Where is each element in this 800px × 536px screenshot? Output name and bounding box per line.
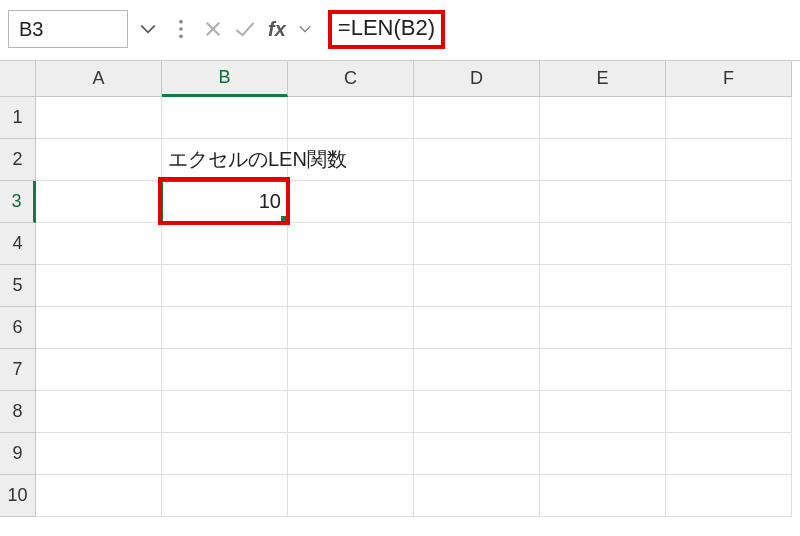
formula-bar-separator [168,14,194,44]
check-icon [234,19,256,39]
cell[interactable] [162,349,288,391]
insert-function-button[interactable]: fx [264,18,290,41]
cell[interactable] [540,139,666,181]
cell[interactable] [414,265,540,307]
cell[interactable] [162,475,288,517]
cell[interactable] [540,307,666,349]
cell[interactable] [162,97,288,139]
cell[interactable] [540,391,666,433]
cell[interactable] [36,391,162,433]
cell[interactable] [36,307,162,349]
cell[interactable] [288,265,414,307]
cell[interactable] [540,265,666,307]
cell[interactable] [414,181,540,223]
cell[interactable] [36,223,162,265]
cell[interactable] [414,475,540,517]
name-box[interactable]: B3 [8,10,128,48]
cell[interactable] [414,433,540,475]
cell[interactable] [666,139,792,181]
column-header[interactable]: B [162,61,288,97]
chevron-down-icon [298,22,312,36]
name-box-dropdown[interactable] [134,20,162,38]
cell[interactable] [288,475,414,517]
x-icon [203,19,223,39]
cell[interactable] [162,433,288,475]
cell[interactable] [414,349,540,391]
cell[interactable] [288,139,414,181]
cell[interactable] [36,265,162,307]
row-header[interactable]: 5 [0,265,36,307]
row-header[interactable]: 8 [0,391,36,433]
cell[interactable] [36,433,162,475]
cell[interactable] [666,475,792,517]
cell[interactable] [288,307,414,349]
row-header[interactable]: 6 [0,307,36,349]
chevron-down-icon [139,20,157,38]
cell[interactable] [666,181,792,223]
accept-formula-button[interactable] [232,14,258,44]
cell[interactable] [540,223,666,265]
cell[interactable] [540,181,666,223]
cells-grid: エクセルのLEN関数10 [36,97,792,517]
row-headers: 12345678910 [0,97,36,517]
cell[interactable] [540,433,666,475]
cell[interactable] [414,97,540,139]
cell[interactable] [288,433,414,475]
function-dropdown[interactable] [296,22,314,36]
svg-point-0 [179,20,183,24]
cell[interactable] [666,433,792,475]
cell[interactable] [414,139,540,181]
cell[interactable] [414,391,540,433]
dots-vertical-icon [177,18,185,40]
cell[interactable] [288,97,414,139]
cell[interactable] [540,97,666,139]
cell[interactable] [414,307,540,349]
formula-bar: B3 fx =LEN(B2) [0,0,800,61]
cell[interactable] [540,475,666,517]
cell[interactable] [288,349,414,391]
cell[interactable] [666,349,792,391]
cell[interactable] [666,391,792,433]
column-header[interactable]: D [414,61,540,97]
cell[interactable] [36,97,162,139]
name-box-value: B3 [19,18,43,41]
cell[interactable] [36,349,162,391]
row-header[interactable]: 4 [0,223,36,265]
svg-point-2 [179,35,183,39]
select-all-corner[interactable] [0,61,36,97]
row-header[interactable]: 9 [0,433,36,475]
column-header[interactable]: F [666,61,792,97]
cell[interactable] [36,475,162,517]
formula-input[interactable]: =LEN(B2) [320,10,453,48]
cell[interactable] [540,349,666,391]
row-header[interactable]: 7 [0,349,36,391]
column-header[interactable]: C [288,61,414,97]
column-headers: ABCDEF [36,61,800,97]
row-header[interactable]: 10 [0,475,36,517]
cell[interactable] [414,223,540,265]
cell[interactable] [288,223,414,265]
cell[interactable] [162,223,288,265]
cell[interactable] [36,181,162,223]
row-header[interactable]: 3 [0,181,36,223]
cell[interactable] [666,265,792,307]
row-header[interactable]: 2 [0,139,36,181]
cell[interactable] [666,97,792,139]
cancel-formula-button[interactable] [200,14,226,44]
column-header[interactable]: A [36,61,162,97]
column-header[interactable]: E [540,61,666,97]
row-header[interactable]: 1 [0,97,36,139]
cell[interactable] [36,139,162,181]
cell[interactable]: 10 [162,181,288,223]
cell[interactable] [162,391,288,433]
cell[interactable] [288,391,414,433]
svg-point-1 [179,27,183,31]
cell[interactable] [162,265,288,307]
cell[interactable] [666,223,792,265]
cell[interactable]: エクセルのLEN関数 [162,139,288,181]
cell[interactable] [288,181,414,223]
cell[interactable] [666,307,792,349]
formula-highlight: =LEN(B2) [328,10,445,49]
cell[interactable] [162,307,288,349]
formula-text: =LEN(B2) [338,15,435,40]
